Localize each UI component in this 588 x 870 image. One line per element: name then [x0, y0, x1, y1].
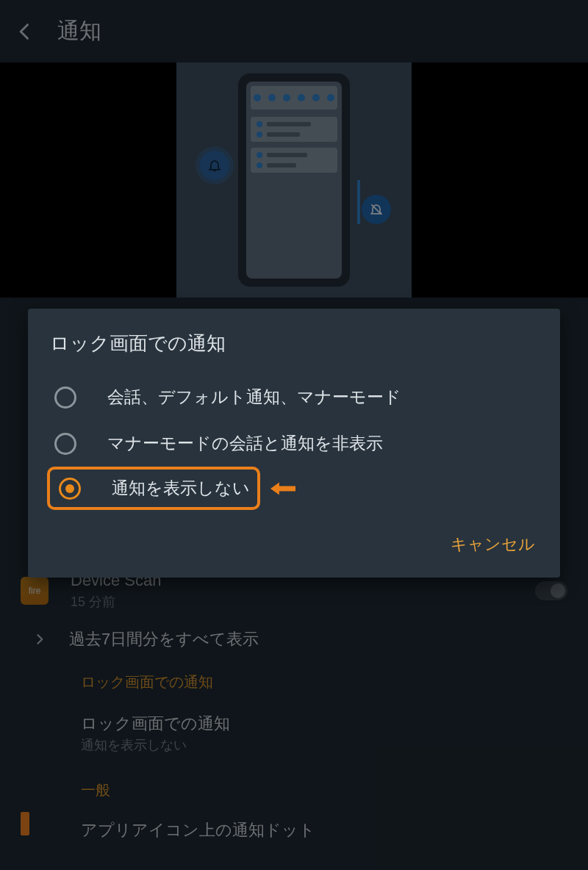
- device-scan-subtitle: 15 分前: [71, 593, 513, 611]
- lockscreen-setting-subtitle: 通知を表示しない: [0, 736, 588, 767]
- lockscreen-section-header: ロック画面での通知: [0, 659, 588, 698]
- radio-icon: [54, 387, 76, 409]
- option-all[interactable]: 会話、デフォルト通知、マナーモード: [50, 374, 538, 420]
- highlighted-option: 通知を表示しない: [47, 467, 260, 510]
- illustration: [176, 62, 412, 298]
- chevron-right-icon: [32, 632, 47, 647]
- option-label: 通知を表示しない: [112, 477, 250, 500]
- option-label: マナーモードの会話と通知を非表示: [107, 432, 383, 455]
- mute-divider: [357, 180, 360, 224]
- phone-mock: [238, 73, 350, 287]
- bell-on-icon: [200, 151, 229, 180]
- header-bar: 通知: [0, 0, 588, 62]
- device-scan-toggle[interactable]: [535, 581, 567, 600]
- page-title: 通知: [57, 16, 101, 46]
- option-none[interactable]: 通知を表示しない: [54, 477, 254, 500]
- svg-marker-1: [270, 482, 295, 495]
- cancel-button[interactable]: キャンセル: [451, 533, 535, 556]
- bell-off-icon: [362, 195, 391, 224]
- option-hide-silent[interactable]: マナーモードの会話と通知を非表示: [50, 420, 538, 467]
- lockscreen-dialog: ロック画面での通知 会話、デフォルト通知、マナーモード マナーモードの会話と通知…: [28, 309, 560, 578]
- selection-indicator: [21, 812, 29, 835]
- lockscreen-setting-title[interactable]: ロック画面での通知: [0, 698, 588, 736]
- radio-selected-icon: [59, 478, 81, 500]
- dialog-title: ロック画面での通知: [50, 331, 538, 356]
- radio-icon: [54, 433, 76, 455]
- history-row[interactable]: 過去7日間分をすべて表示: [0, 619, 588, 659]
- pointer-arrow-icon: [270, 480, 295, 497]
- option-label: 会話、デフォルト通知、マナーモード: [107, 386, 401, 409]
- cutoff-row[interactable]: アプリアイコン上の通知ドット: [0, 806, 588, 841]
- general-section-header: 一般: [0, 767, 588, 806]
- dialog-footer: キャンセル: [50, 510, 538, 567]
- illustration-strip: [0, 62, 588, 298]
- history-link-label: 過去7日間分をすべて表示: [69, 628, 259, 650]
- back-icon[interactable]: [15, 21, 35, 42]
- fire-app-icon: fire: [21, 577, 49, 605]
